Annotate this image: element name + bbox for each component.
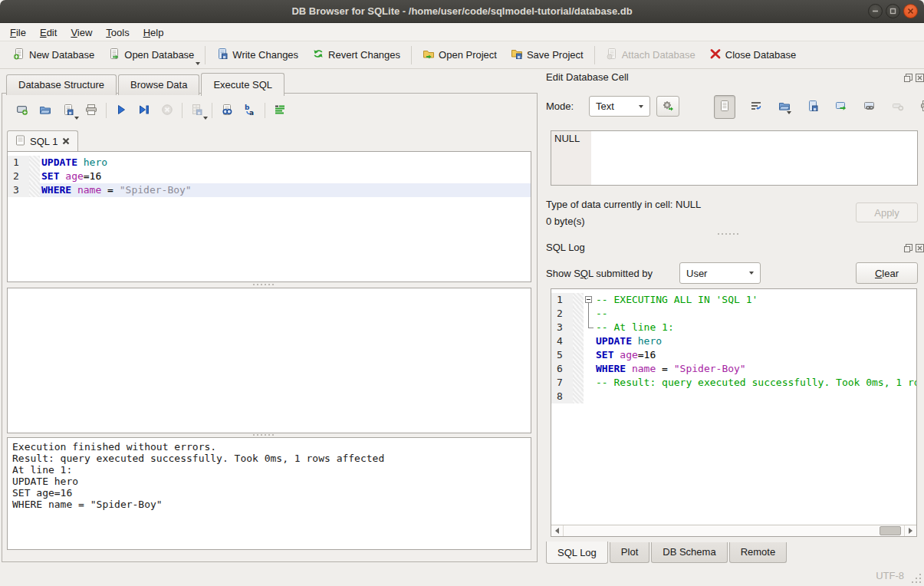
- apply-button[interactable]: Apply: [856, 202, 918, 222]
- find-button[interactable]: [215, 100, 238, 121]
- format-button[interactable]: [268, 100, 291, 121]
- new-database-icon: [13, 48, 25, 62]
- log-line-5: 5SET age=16: [551, 348, 916, 362]
- save-sql-button[interactable]: [57, 100, 80, 121]
- menu-file[interactable]: File: [3, 25, 33, 41]
- open-project-icon: [423, 48, 435, 62]
- new-tab-button[interactable]: [11, 100, 34, 121]
- editor-line-3: 3WHERE name = "Spider-Boy": [8, 183, 531, 197]
- open-project-button[interactable]: Open Project: [416, 43, 504, 67]
- print-button[interactable]: [919, 98, 924, 116]
- tab-browse-data[interactable]: Browse Data: [118, 74, 199, 95]
- splitter-results-messages[interactable]: [253, 434, 274, 436]
- export-window-button[interactable]: [834, 98, 849, 116]
- stop-button[interactable]: [156, 100, 179, 121]
- sql-log-view[interactable]: 1-- EXECUTING ALL IN 'SQL 1'2--3-- At li…: [551, 288, 917, 537]
- cell-value-editor[interactable]: NULL: [551, 130, 918, 186]
- minimize-button[interactable]: [868, 4, 883, 18]
- save-project-button[interactable]: Save Project: [504, 43, 590, 67]
- menubar: FileEditViewToolsHelp: [0, 24, 924, 41]
- print-icon: [920, 100, 924, 114]
- fold-marker-icon[interactable]: [584, 293, 594, 307]
- results-grid[interactable]: [7, 288, 531, 433]
- menu-view[interactable]: View: [64, 25, 99, 41]
- dock-tab-remote[interactable]: Remote: [729, 542, 788, 563]
- close-button[interactable]: [903, 4, 918, 18]
- execute-all-button[interactable]: [110, 100, 133, 121]
- mode-select[interactable]: Text: [589, 96, 650, 117]
- scrollbar-thumb[interactable]: [880, 526, 901, 535]
- maximize-button[interactable]: [886, 4, 900, 18]
- new-database-button[interactable]: New Database: [6, 43, 101, 67]
- open-database-button[interactable]: Open Database: [101, 43, 201, 67]
- fold-margin: [29, 156, 40, 170]
- splitter-editor-results[interactable]: [253, 284, 274, 285]
- gear-apply-icon: [662, 99, 675, 114]
- dock-float-icon[interactable]: [903, 243, 912, 252]
- chevron-down-icon: [639, 105, 643, 108]
- text-mode-button[interactable]: [714, 95, 735, 119]
- write-changes-icon: [216, 48, 229, 62]
- new-tab-icon: [16, 104, 28, 118]
- close-database-button[interactable]: Close Database: [702, 43, 804, 67]
- window-title: DB Browser for SQLite - /home/user/code/…: [0, 5, 924, 17]
- scroll-right-icon[interactable]: [904, 525, 916, 536]
- clear-log-button[interactable]: Clear: [856, 262, 918, 284]
- dock-close-icon[interactable]: [915, 73, 924, 82]
- execute-line-icon: [138, 104, 150, 118]
- set-null-icon: [892, 100, 904, 114]
- message-line: WHERE name = "Spider-Boy": [12, 499, 526, 510]
- close-icon: [906, 7, 915, 15]
- word-wrap-icon: [750, 100, 762, 114]
- menu-tools[interactable]: Tools: [99, 25, 136, 41]
- resize-grip[interactable]: [911, 573, 922, 584]
- export-window-icon: [835, 100, 847, 114]
- sql-editor[interactable]: 1UPDATE hero2SET age=163WHERE name = "Sp…: [7, 151, 531, 282]
- log-line-8: 8: [551, 390, 916, 403]
- save-results-button[interactable]: [186, 100, 209, 121]
- text-mode-icon: [718, 100, 731, 114]
- log-line-1: 1-- EXECUTING ALL IN 'SQL 1': [551, 293, 916, 307]
- dock-tab-sql-log[interactable]: SQL Log: [546, 542, 608, 564]
- tab-execute-sql[interactable]: Execute SQL: [201, 73, 284, 96]
- encoding-indicator[interactable]: UTF-8: [876, 570, 904, 581]
- log-filter-select[interactable]: User: [679, 262, 761, 284]
- fold-margin: [573, 376, 584, 390]
- link-window-button[interactable]: [862, 98, 877, 116]
- set-null-button[interactable]: [890, 98, 906, 116]
- write-changes-button[interactable]: Write Changes: [209, 43, 305, 67]
- menu-edit[interactable]: Edit: [33, 25, 64, 41]
- dock-tab-db-schema[interactable]: DB Schema: [651, 542, 727, 563]
- attach-database-button[interactable]: Attach Database: [599, 43, 702, 67]
- message-line: Result: query executed successfully. Too…: [12, 453, 526, 464]
- execute-line-button[interactable]: [133, 100, 156, 121]
- scroll-left-icon[interactable]: [551, 525, 564, 536]
- print-button[interactable]: [80, 100, 103, 121]
- dock-tab-plot[interactable]: Plot: [610, 542, 649, 563]
- line-number: 6: [551, 362, 573, 376]
- tab-close-icon[interactable]: [62, 136, 70, 147]
- dock-float-icon[interactable]: [903, 73, 912, 82]
- open-file-button[interactable]: [777, 98, 792, 116]
- open-sql-button[interactable]: [34, 100, 57, 121]
- menu-help[interactable]: Help: [136, 25, 171, 41]
- splitter-cell-log[interactable]: [718, 233, 738, 235]
- cell-value: NULL: [551, 131, 591, 185]
- dock-close-icon[interactable]: [915, 243, 924, 252]
- replace-button[interactable]: ba: [238, 100, 261, 121]
- open-sql-icon: [39, 104, 51, 118]
- titlebar: DB Browser for SQLite - /home/user/code/…: [0, 0, 924, 23]
- log-filter-label: Show SQL submitted by: [546, 268, 653, 279]
- word-wrap-button[interactable]: [748, 98, 764, 116]
- tab-database-structure[interactable]: Database Structure: [6, 74, 117, 95]
- log-horizontal-scrollbar[interactable]: [551, 525, 916, 536]
- fold-margin: [573, 321, 584, 334]
- message-line: SET age=16: [12, 487, 526, 499]
- line-number: 2: [551, 307, 573, 321]
- sql-document-tab[interactable]: SQL 1: [7, 130, 78, 152]
- save-file-button[interactable]: [805, 98, 820, 116]
- main-tab-bar: Database StructureBrowse DataExecute SQL: [6, 72, 286, 95]
- auto-apply-button[interactable]: [656, 96, 679, 117]
- fold-margin: [573, 334, 584, 348]
- revert-changes-button[interactable]: Revert Changes: [305, 43, 407, 67]
